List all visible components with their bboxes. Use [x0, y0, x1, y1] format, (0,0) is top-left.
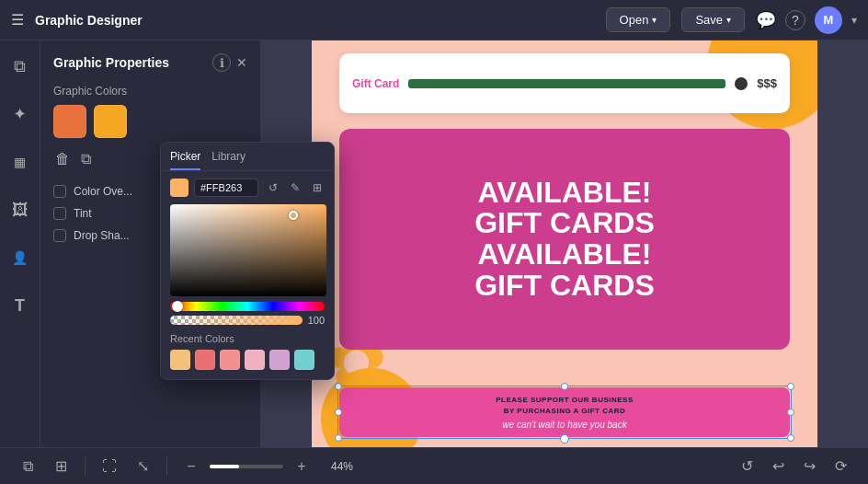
divider-2: [166, 457, 167, 476]
open-button[interactable]: Open ▾: [606, 7, 671, 32]
hue-slider[interactable]: [170, 302, 325, 311]
sidebar-images-icon[interactable]: 🖼: [6, 195, 35, 225]
color-overlay-label: Color Ove...: [74, 185, 132, 198]
zoom-fill: [210, 465, 239, 468]
picker-tools: ↺ ✎ ⊞ +: [264, 179, 335, 197]
grid-view-button[interactable]: ⊞: [308, 179, 326, 197]
comment-button[interactable]: 💬: [756, 10, 776, 30]
drop-shadow-label: Drop Sha...: [74, 229, 130, 242]
recent-swatch-2[interactable]: [195, 350, 215, 370]
topbar: ☰ Graphic Designer Open ▾ Save ▾ 💬 ? M ▾: [0, 0, 868, 40]
recent-swatch-6[interactable]: [294, 350, 314, 370]
barcode-dot: [735, 77, 748, 90]
tab-library[interactable]: Library: [211, 150, 246, 170]
bottom-toolbar: ⧉ ⊞ ⛶ ⤡ − + 44% ↺ ↩ ↪ ⟳: [0, 447, 868, 484]
save-arrow-icon: ▾: [726, 15, 731, 25]
panel-info-button[interactable]: ℹ: [212, 53, 231, 72]
recent-swatch-3[interactable]: [220, 350, 240, 370]
canvas-area[interactable]: ✿ Gift Card $$$ AVAILABLE! GIFT CARDS AV…: [261, 40, 868, 447]
redo-button[interactable]: ↪: [796, 454, 822, 479]
fit-screen-button[interactable]: ⛶: [97, 454, 122, 479]
saturation-cursor: [289, 211, 298, 220]
price-text: $$$: [757, 76, 777, 90]
app-title: Graphic Designer: [35, 13, 309, 28]
support-text: PLEASE SUPPORT OUR BUSINESS BY PURCHASIN…: [352, 395, 777, 417]
help-button[interactable]: ?: [785, 10, 805, 30]
crop-button[interactable]: ⤡: [130, 454, 155, 479]
layers-toggle-button[interactable]: ⧉: [15, 454, 40, 479]
sidebar: ⧉ ✦ ▦ 🖼 👤 T: [0, 40, 40, 447]
rotation-handle[interactable]: [560, 434, 569, 444]
picker-tabs: Picker Library: [161, 143, 334, 171]
history-button[interactable]: ⟳: [828, 454, 853, 479]
design-canvas: ✿ Gift Card $$$ AVAILABLE! GIFT CARDS AV…: [312, 40, 817, 447]
open-arrow-icon: ▾: [652, 15, 657, 25]
swatch-2[interactable]: [94, 105, 127, 138]
support-section[interactable]: PLEASE SUPPORT OUR BUSINESS BY PURCHASIN…: [339, 387, 790, 437]
thanks-text: we can't wait to have you back: [352, 420, 777, 430]
recent-colors: [161, 350, 334, 379]
color-overlay-checkbox[interactable]: [53, 185, 66, 198]
refresh-color-button[interactable]: ↺: [264, 179, 282, 197]
swatch-1[interactable]: [53, 105, 86, 138]
save-button[interactable]: Save ▾: [681, 7, 745, 32]
saturation-gradient[interactable]: [170, 204, 326, 296]
main-area: ⧉ ✦ ▦ 🖼 👤 T Graphic Properties ℹ ✕ Graph…: [0, 40, 868, 447]
zoom-controls: − + 44%: [178, 454, 353, 479]
tab-picker[interactable]: Picker: [170, 150, 200, 170]
pink-card: AVAILABLE! GIFT CARDS AVAILABLE! GIFT CA…: [339, 129, 790, 350]
panel-close-button[interactable]: ✕: [236, 55, 247, 70]
properties-panel: Graphic Properties ℹ ✕ Graphic Colors 🗑 …: [40, 40, 261, 447]
alpha-slider-row: 100: [161, 315, 334, 333]
color-picker-popup: Picker Library ↺ ✎ ⊞ +: [160, 142, 335, 380]
hue-slider-row: [161, 302, 334, 315]
graphic-colors-label: Graphic Colors: [40, 81, 260, 105]
copy-button[interactable]: ⧉: [79, 149, 93, 169]
add-color-button[interactable]: +: [330, 179, 335, 197]
bottom-right-tools: ↺ ↩ ↪ ⟳: [734, 454, 853, 479]
hue-thumb: [172, 301, 183, 312]
tint-checkbox[interactable]: [53, 207, 66, 220]
panel-title: Graphic Properties: [53, 55, 207, 70]
sidebar-users-icon[interactable]: 👤: [6, 243, 35, 272]
zoom-out-button[interactable]: −: [178, 454, 204, 479]
picker-hex-row: ↺ ✎ ⊞ +: [161, 171, 334, 204]
recent-swatch-4[interactable]: [245, 350, 265, 370]
topbar-right: 💬 ? M ▾: [756, 6, 857, 34]
recent-swatch-5[interactable]: [269, 350, 290, 370]
zoom-percent: 44%: [320, 460, 353, 473]
panel-header: Graphic Properties ℹ ✕: [40, 40, 260, 81]
sidebar-grid-icon[interactable]: ▦: [6, 147, 35, 177]
recent-colors-label: Recent Colors: [161, 333, 334, 350]
sidebar-shapes-icon[interactable]: ✦: [6, 99, 35, 129]
divider-1: [85, 457, 86, 476]
avatar-arrow-icon: ▾: [851, 14, 857, 27]
available-text-1: AVAILABLE! GIFT CARDS AVAILABLE! GIFT CA…: [474, 178, 655, 301]
recent-swatch-1[interactable]: [170, 350, 190, 370]
alpha-value: 100: [308, 315, 325, 326]
undo-button[interactable]: ↩: [765, 454, 791, 479]
menu-icon[interactable]: ☰: [11, 11, 24, 29]
drop-shadow-checkbox[interactable]: [53, 229, 66, 242]
zoom-slider[interactable]: [210, 465, 283, 468]
grid-toggle-button[interactable]: ⊞: [48, 454, 74, 479]
tint-label: Tint: [74, 207, 92, 220]
hex-color-preview[interactable]: [170, 179, 188, 197]
barcode: [408, 79, 725, 88]
zoom-in-button[interactable]: +: [289, 454, 314, 479]
eyedropper-button[interactable]: ✎: [286, 179, 304, 197]
gift-card-inner: Gift Card $$$: [339, 53, 790, 113]
sidebar-text-icon[interactable]: T: [6, 291, 35, 320]
hex-input[interactable]: [194, 179, 258, 197]
alpha-slider[interactable]: [170, 316, 303, 325]
gift-card-label: Gift Card: [352, 77, 399, 90]
avatar[interactable]: M: [815, 6, 842, 34]
sidebar-layers-icon[interactable]: ⧉: [6, 52, 35, 81]
delete-button[interactable]: 🗑: [53, 149, 72, 169]
undo-history-button[interactable]: ↺: [734, 454, 760, 479]
